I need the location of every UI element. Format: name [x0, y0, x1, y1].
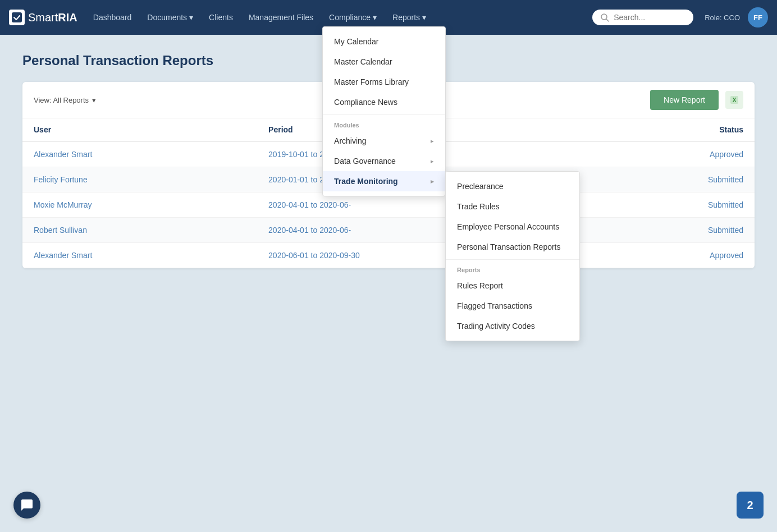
menu-archiving[interactable]: Archiving ▸ [323, 131, 445, 151]
page-number-badge[interactable]: 2 [737, 492, 764, 519]
submenu-personal-transaction-reports[interactable]: Personal Transaction Reports [446, 237, 579, 257]
svg-rect-0 [12, 12, 22, 22]
cell-status: Submitted [587, 192, 755, 218]
submenu-flagged-transactions[interactable]: Flagged Transactions [446, 296, 579, 316]
chevron-down-icon: ▾ [189, 13, 193, 22]
chat-icon [20, 498, 34, 512]
cell-user: Alexander Smart [22, 141, 257, 167]
submenu-reports-label: Reports [446, 262, 579, 276]
brand-logo[interactable]: SmartRIA [9, 10, 77, 25]
cell-status: Submitted [587, 167, 755, 192]
nav-reports[interactable]: Reports ▾ [386, 8, 433, 26]
search-input[interactable] [614, 13, 692, 22]
search-box[interactable] [592, 10, 693, 25]
nav-compliance[interactable]: Compliance ▾ My Calendar Master Calendar… [322, 8, 383, 26]
submenu-trading-activity-codes[interactable]: Trading Activity Codes [446, 316, 579, 336]
submenu-employee-personal-accounts[interactable]: Employee Personal Accounts [446, 217, 579, 237]
cell-user: Moxie McMurray [22, 192, 257, 218]
search-icon [600, 13, 609, 22]
table-row[interactable]: Alexander Smart 2020-06-01 to 2020-09-30… [22, 243, 755, 268]
menu-data-governance[interactable]: Data Governance ▸ [323, 151, 445, 171]
cell-status: Approved [587, 243, 755, 268]
table-row[interactable]: Robert Sullivan 2020-04-01 to 2020-06- S… [22, 218, 755, 243]
submenu-divider [446, 259, 579, 260]
brand-check-icon [9, 10, 25, 25]
chevron-right-icon: ▸ [431, 137, 434, 145]
view-select[interactable]: View: All Reports ▾ [34, 96, 96, 104]
cell-user: Robert Sullivan [22, 218, 257, 243]
trade-monitoring-submenu: Preclearance Trade Rules Employee Person… [445, 171, 580, 341]
cell-status: Approved [587, 141, 755, 167]
menu-master-forms-library[interactable]: Master Forms Library [323, 72, 445, 92]
new-report-button[interactable]: New Report [650, 90, 719, 110]
svg-text:X: X [733, 97, 737, 103]
menu-compliance-news[interactable]: Compliance News [323, 92, 445, 112]
cell-user: Alexander Smart [22, 243, 257, 268]
chat-widget[interactable] [13, 492, 40, 519]
chevron-right-icon: ▸ [431, 178, 434, 185]
chevron-down-icon: ▾ [422, 13, 426, 22]
nav-management-files[interactable]: Management Files [242, 8, 320, 26]
view-select-label: View: All Reports [34, 96, 89, 104]
col-status: Status [587, 118, 755, 141]
chevron-right-icon: ▸ [431, 158, 434, 165]
svg-line-2 [606, 19, 609, 21]
submenu-preclearance[interactable]: Preclearance [446, 176, 579, 196]
modules-section-label: Modules [323, 117, 445, 131]
search-container [592, 10, 693, 25]
nav-dashboard[interactable]: Dashboard [86, 8, 139, 26]
menu-my-calendar[interactable]: My Calendar [323, 31, 445, 52]
brand-name: SmartRIA [28, 11, 77, 24]
menu-master-calendar[interactable]: Master Calendar [323, 52, 445, 72]
navbar: SmartRIA Dashboard Documents ▾ Clients M… [0, 0, 777, 35]
submenu-rules-report[interactable]: Rules Report [446, 276, 579, 296]
cell-user: Felicity Fortune [22, 167, 257, 192]
export-icon[interactable]: X [725, 91, 743, 109]
col-user: User [22, 118, 257, 141]
chevron-down-icon: ▾ [373, 13, 377, 22]
submenu-trade-rules[interactable]: Trade Rules [446, 196, 579, 217]
compliance-dropdown-menu: My Calendar Master Calendar Master Forms… [322, 26, 446, 196]
menu-trade-monitoring[interactable]: Trade Monitoring ▸ Preclearance Trade Ru… [323, 171, 445, 191]
avatar[interactable]: FF [748, 7, 768, 27]
chevron-down-icon: ▾ [92, 96, 96, 104]
menu-divider [323, 114, 445, 115]
nav-clients[interactable]: Clients [202, 8, 240, 26]
role-label: Role: CCO [705, 13, 740, 22]
nav-documents[interactable]: Documents ▾ [140, 8, 200, 26]
cell-status: Submitted [587, 218, 755, 243]
